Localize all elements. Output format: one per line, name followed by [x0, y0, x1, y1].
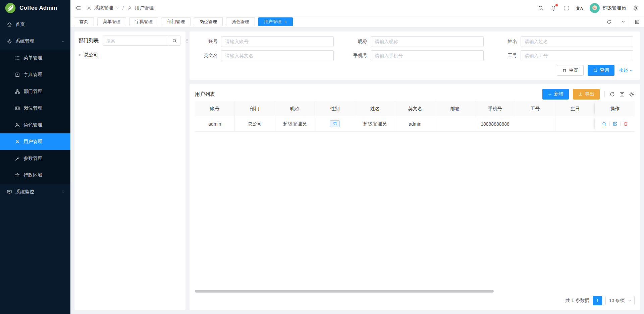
tab-role-management[interactable]: 角色管理 [226, 17, 255, 26]
sidebar-item-label: 菜单管理 [23, 55, 42, 61]
edit-row-button[interactable] [612, 121, 618, 126]
fullscreen-button[interactable] [563, 5, 569, 11]
page-size-select[interactable]: 10 条/页 [605, 296, 635, 305]
user-name: 超级管理员 [602, 5, 626, 11]
view-row-button[interactable] [602, 121, 607, 126]
tab-label: 角色管理 [232, 19, 249, 25]
cell-job-no [515, 116, 555, 131]
tabs: 首页 菜单管理 字典管理 部门管理 岗位管理 角色管理 用户管理 [74, 17, 602, 26]
sidebar-item-dict-management[interactable]: 字典管理 [0, 66, 70, 83]
column-height-icon [619, 91, 625, 97]
export-button[interactable]: 导出 [573, 89, 600, 100]
col-phone: 手机号 [475, 101, 515, 116]
gear-icon [7, 39, 12, 44]
tree-item-company[interactable]: 总公司 [78, 50, 181, 60]
job-no-input[interactable] [521, 50, 633, 61]
top-header: 系统管理 / 用户管理 文A 超级管理员 [70, 0, 644, 16]
scrollbar-thumb[interactable] [195, 290, 494, 293]
nickname-input[interactable] [371, 36, 483, 47]
sidebar-item-system-management[interactable]: 系统管理 [0, 33, 70, 50]
name-input[interactable] [521, 36, 633, 47]
query-button[interactable]: 查询 [588, 65, 614, 76]
form-actions: 重置 查询 收起 [196, 65, 633, 76]
chevron-down-icon[interactable] [116, 6, 119, 10]
global-search-button[interactable] [538, 5, 544, 11]
sidebar-item-label: 部门管理 [23, 88, 42, 95]
settings-button[interactable] [633, 5, 639, 11]
language-switch-button[interactable]: 文A [576, 6, 583, 10]
dept-tree: 总公司 [78, 50, 181, 60]
table-refresh-button[interactable] [609, 91, 615, 97]
col-name: 姓名 [355, 101, 395, 116]
notification-badge-dot [555, 4, 558, 6]
tab-home[interactable]: 首页 [74, 17, 94, 26]
home-icon [7, 22, 12, 27]
account-input[interactable] [221, 36, 334, 47]
sidebar-item-home[interactable]: 首页 [0, 16, 70, 33]
tab-dropdown-button[interactable] [616, 16, 630, 27]
reset-label: 重置 [569, 67, 578, 73]
add-user-button[interactable]: 新增 [542, 89, 569, 100]
breadcrumb-page[interactable]: 用户管理 [135, 5, 154, 11]
field-label: 昵称 [346, 39, 367, 45]
en-name-input[interactable] [221, 50, 334, 61]
sidebar-item-menu-management[interactable]: 菜单管理 [0, 50, 70, 66]
column-settings-button[interactable] [629, 91, 635, 97]
chevron-down-icon [61, 190, 65, 194]
tab-post-management[interactable]: 岗位管理 [194, 17, 223, 26]
collapse-label: 收起 [619, 67, 628, 73]
sidebar-item-admin-region[interactable]: 行政区域 [0, 167, 70, 184]
sidebar-item-dept-management[interactable]: 部门管理 [0, 83, 70, 100]
user-icon [127, 6, 132, 11]
tab-dept-management[interactable]: 部门管理 [162, 17, 191, 26]
table-header-row: 账号 部门 昵称 性别 姓名 英文名 邮箱 手机号 工号 生日 操作 [195, 101, 635, 116]
dept-search-button[interactable] [169, 36, 180, 46]
export-label: 导出 [585, 91, 594, 97]
col-dept: 部门 [234, 101, 274, 116]
caret-right-icon[interactable] [78, 53, 82, 57]
breadcrumb-section[interactable]: 系统管理 [94, 5, 113, 11]
notifications-button[interactable] [550, 5, 556, 11]
sidebar-item-role-management[interactable]: 角色管理 [0, 117, 70, 133]
cell-nickname: 超级管理员 [275, 116, 315, 131]
delete-row-button[interactable] [623, 121, 628, 126]
user-table: 账号 部门 昵称 性别 姓名 英文名 邮箱 手机号 工号 生日 操作 [195, 101, 635, 132]
tree-item-label: 总公司 [84, 52, 98, 58]
monitor-icon [7, 189, 12, 195]
collapse-form-link[interactable]: 收起 [619, 67, 633, 73]
user-list-title: 用户列表 [195, 91, 215, 98]
page-1-button[interactable]: 1 [593, 296, 602, 305]
wrench-icon [15, 156, 20, 161]
sidebar-item-system-monitor[interactable]: 系统监控 [0, 184, 70, 200]
reset-button[interactable]: 重置 [557, 65, 584, 76]
expand-icon [563, 5, 569, 11]
phone-input[interactable] [371, 50, 483, 61]
col-en-name: 英文名 [395, 101, 435, 116]
list-icon [15, 55, 20, 61]
sidebar-item-label: 首页 [15, 21, 25, 27]
field-label: 手机号 [346, 53, 367, 59]
sidebar-item-label: 用户管理 [23, 139, 42, 145]
dept-search-input[interactable] [103, 36, 169, 46]
row-height-button[interactable] [619, 91, 625, 97]
sidebar-item-post-management[interactable]: 岗位管理 [0, 100, 70, 117]
sidebar-collapse-button[interactable] [75, 5, 81, 11]
tab-close-icon[interactable] [284, 20, 287, 23]
sidebar-item-user-management[interactable]: 用户管理 [0, 133, 70, 150]
roles-icon [15, 122, 20, 128]
tab-dict-management[interactable]: 字典管理 [129, 17, 158, 26]
tab-label: 岗位管理 [200, 19, 217, 25]
content-fullscreen-button[interactable] [630, 16, 644, 27]
tab-refresh-button[interactable] [602, 16, 616, 27]
trash-icon [623, 121, 628, 126]
sidebar-item-param-management[interactable]: 参数管理 [0, 150, 70, 167]
search-icon [172, 38, 177, 43]
tab-user-management[interactable]: 用户管理 [258, 17, 293, 26]
gear-icon [629, 91, 635, 97]
field-label: 账号 [196, 39, 218, 45]
user-menu[interactable]: 超级管理员 [590, 3, 626, 13]
tab-menu-management[interactable]: 菜单管理 [97, 17, 126, 26]
page-size-value: 10 条/页 [609, 298, 625, 304]
field-label: 姓名 [496, 39, 517, 45]
dept-more-button[interactable] [184, 38, 190, 43]
